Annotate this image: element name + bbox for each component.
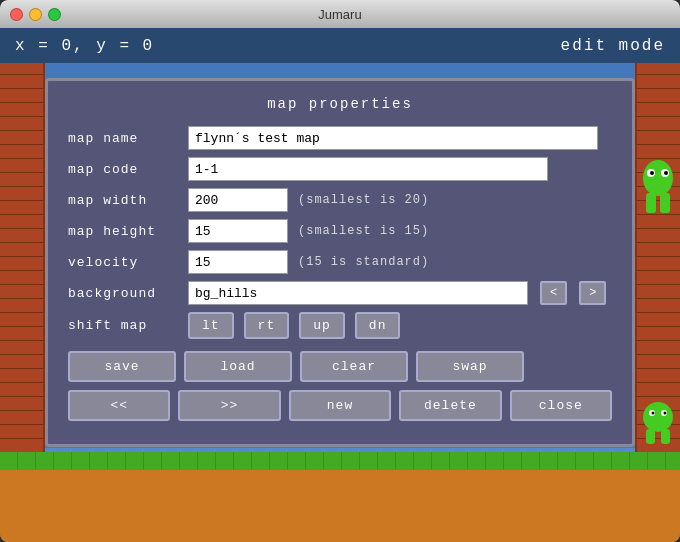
map-properties-dialog: map properties map name map code map wid…	[45, 78, 635, 447]
status-bar: x = 0, y = 0 edit mode	[0, 28, 680, 63]
velocity-hint: (15 is standard)	[298, 255, 429, 269]
character-sprite-right	[638, 158, 678, 218]
background-row: background < >	[68, 281, 612, 305]
map-height-input[interactable]	[188, 219, 288, 243]
titlebar: Jumaru	[0, 0, 680, 28]
map-name-input[interactable]	[188, 126, 598, 150]
svg-point-11	[664, 412, 667, 415]
left-wall	[0, 63, 45, 452]
map-name-label: map name	[68, 131, 178, 146]
ground	[0, 452, 680, 542]
velocity-label: velocity	[68, 255, 178, 270]
background-next-button[interactable]: >	[579, 281, 606, 305]
ground-top	[0, 452, 680, 470]
background-label: background	[68, 286, 178, 301]
map-width-input[interactable]	[188, 188, 288, 212]
load-button[interactable]: load	[184, 351, 292, 382]
minimize-window-button[interactable]	[29, 8, 42, 21]
game-area: x = 0, y = 0 edit mode map properties ma…	[0, 28, 680, 542]
map-code-label: map code	[68, 162, 178, 177]
svg-point-4	[664, 171, 668, 175]
maximize-window-button[interactable]	[48, 8, 61, 21]
map-code-row: map code	[68, 157, 612, 181]
close-button[interactable]: close	[510, 390, 612, 421]
window-controls[interactable]	[10, 8, 61, 21]
svg-rect-12	[646, 429, 655, 444]
svg-point-7	[643, 402, 673, 432]
shift-map-row: shift map lt rt up dn	[68, 312, 612, 339]
svg-point-0	[643, 160, 673, 196]
close-window-button[interactable]	[10, 8, 23, 21]
map-height-label: map height	[68, 224, 178, 239]
map-height-row: map height (smallest is 15)	[68, 219, 612, 243]
new-button[interactable]: new	[289, 390, 391, 421]
right-wall	[635, 63, 680, 452]
shift-up-button[interactable]: up	[299, 312, 345, 339]
delete-button[interactable]: delete	[399, 390, 501, 421]
clear-button[interactable]: clear	[300, 351, 408, 382]
shift-lt-button[interactable]: lt	[188, 312, 234, 339]
mode-display: edit mode	[561, 37, 665, 55]
velocity-row: velocity (15 is standard)	[68, 250, 612, 274]
map-name-row: map name	[68, 126, 612, 150]
svg-rect-13	[661, 429, 670, 444]
svg-rect-5	[646, 193, 656, 213]
coords-display: x = 0, y = 0	[15, 37, 154, 55]
character-sprite-bottom-right	[638, 397, 678, 447]
svg-point-3	[650, 171, 654, 175]
prev-map-button[interactable]: <<	[68, 390, 170, 421]
swap-button[interactable]: swap	[416, 351, 524, 382]
background-input[interactable]	[188, 281, 528, 305]
next-map-button[interactable]: >>	[178, 390, 280, 421]
save-button[interactable]: save	[68, 351, 176, 382]
dialog-title: map properties	[68, 96, 612, 112]
shift-rt-button[interactable]: rt	[244, 312, 290, 339]
background-prev-button[interactable]: <	[540, 281, 567, 305]
action-row-2: << >> new delete close	[68, 390, 612, 421]
svg-point-10	[652, 412, 655, 415]
map-code-input[interactable]	[188, 157, 548, 181]
map-width-row: map width (smallest is 20)	[68, 188, 612, 212]
map-height-hint: (smallest is 15)	[298, 224, 429, 238]
map-width-hint: (smallest is 20)	[298, 193, 429, 207]
ground-body	[0, 470, 680, 542]
shift-map-label: shift map	[68, 318, 178, 333]
map-width-label: map width	[68, 193, 178, 208]
action-row-1: save load clear swap	[68, 351, 612, 382]
window-title: Jumaru	[318, 7, 361, 22]
svg-rect-6	[660, 193, 670, 213]
velocity-input[interactable]	[188, 250, 288, 274]
shift-dn-button[interactable]: dn	[355, 312, 401, 339]
